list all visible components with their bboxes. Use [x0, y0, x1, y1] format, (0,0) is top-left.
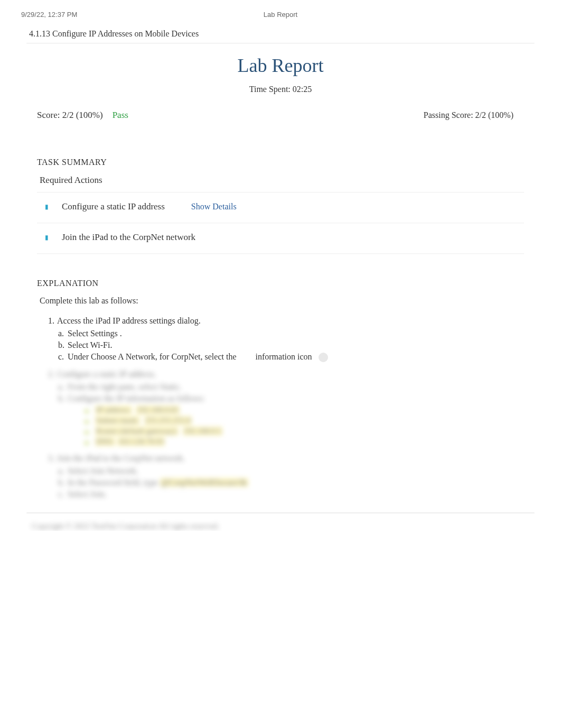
info-icon — [319, 353, 328, 362]
substep-3a: a. Select Join Network. — [58, 466, 519, 476]
bullet-icon — [85, 420, 89, 424]
substep-3b: b. In the Password field, type @CorpNetW… — [58, 478, 519, 487]
substep-1b: b. Select Wi-Fi. — [58, 340, 519, 350]
explanation-heading: EXPLANATION — [0, 257, 561, 296]
header-meta: 9/29/22, 12:37 PM Lab Report — [0, 0, 561, 24]
substep-2b: b. Configure the IP information as follo… — [58, 394, 519, 403]
bullet-item: Router (default gateway): 192.168.0.5 — [85, 427, 519, 436]
bullet-item: Subnet mask: 255.255.255.0 — [85, 416, 519, 425]
check-icon: ▮ — [45, 203, 51, 211]
step-number: 1. — [45, 316, 54, 326]
substep-text: Select Settings . — [68, 329, 122, 338]
task-summary-heading: TASK SUMMARY — [0, 142, 561, 175]
blurred-content: 2. Configure a static IP address. a. Fro… — [45, 370, 519, 499]
task-label: Join the iPad to the CorpNet network — [62, 232, 195, 243]
pass-badge: Pass — [113, 110, 128, 121]
bullet-item: IP address: 192.168.0.65 — [85, 406, 519, 414]
substep-text: Under Choose A Network, for CorpNet, sel… — [68, 352, 328, 362]
substep-letter: a. — [58, 329, 68, 338]
step-3: 3. Join the iPad to the CorpNet network. — [45, 454, 519, 463]
page-title: Lab Report — [0, 44, 561, 85]
substep-1a: a. Select Settings . — [58, 329, 519, 338]
passing-score: Passing Score: 2/2 (100%) — [424, 110, 513, 120]
doc-title-meta: Lab Report — [264, 11, 297, 19]
bullet-icon — [85, 441, 89, 445]
step-text: Access the iPad IP address settings dial… — [57, 316, 201, 326]
check-icon: ▮ — [45, 234, 51, 242]
steps-container: 1. Access the iPad IP address settings d… — [0, 316, 561, 499]
show-details-link[interactable]: Show Details — [191, 202, 237, 211]
divider — [26, 512, 535, 514]
bullet-icon — [85, 409, 89, 413]
bullet-item: DNS: 163.128.78.93 — [85, 437, 519, 446]
score-row: Score: 2/2 (100%) Pass Passing Score: 2/… — [0, 110, 561, 142]
timestamp: 9/29/22, 12:37 PM — [21, 11, 77, 19]
step-2: 2. Configure a static IP address. — [45, 370, 519, 379]
divider — [37, 223, 524, 224]
task-row: ▮ Join the iPad to the CorpNet network — [37, 227, 524, 249]
substep-2a: a. From the right pane, select Static. — [58, 382, 519, 392]
substep-letter: b. — [58, 340, 68, 350]
divider — [37, 192, 524, 193]
task-row: ▮ Configure a static IP address Show Det… — [37, 196, 524, 218]
copyright: Copyright © 2022 TestOut Corporation All… — [0, 514, 561, 531]
step-1: 1. Access the iPad IP address settings d… — [45, 316, 519, 326]
bullet-icon — [85, 430, 89, 435]
substep-text: Select Wi-Fi. — [68, 340, 112, 350]
required-actions-label: Required Actions — [0, 175, 561, 192]
explanation-intro: Complete this lab as follows: — [0, 296, 561, 316]
time-spent: Time Spent: 02:25 — [0, 85, 561, 110]
substep-letter: c. — [58, 352, 68, 362]
substep-1c: c. Under Choose A Network, for CorpNet, … — [58, 352, 519, 362]
task-label: Configure a static IP address — [62, 201, 165, 212]
substep-3c: c. Select Join. — [58, 490, 519, 499]
score-text: Score: 2/2 (100%) — [37, 110, 103, 121]
divider — [37, 253, 524, 254]
section-title: 4.1.13 Configure IP Addresses on Mobile … — [0, 24, 561, 43]
